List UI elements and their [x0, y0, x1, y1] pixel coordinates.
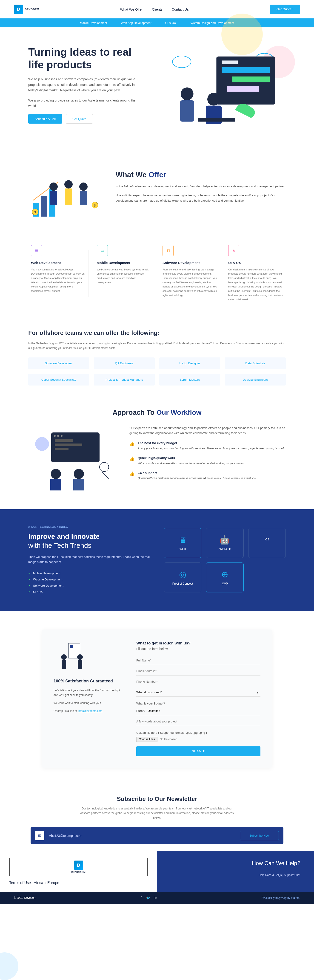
twitter-icon[interactable]: 🐦 [146, 896, 150, 900]
role-devops[interactable]: DevOps Engineers [225, 374, 286, 385]
thumbs-up-icon: 👍 [129, 456, 135, 461]
approach-item: 👍 The best for every budget At any price… [129, 441, 286, 451]
role-scrum[interactable]: Scrum Masters [159, 374, 220, 385]
android-icon: 🤖 [211, 535, 239, 545]
offshore: For offshore teams we can offer the foll… [28, 320, 286, 395]
submit-button[interactable]: SUBMIT [136, 746, 260, 756]
svg-rect-26 [51, 433, 100, 462]
tech-card-web[interactable]: 🖥 WEB [164, 528, 201, 558]
role-pm[interactable]: Project & Product Managers [94, 374, 155, 385]
approach-item: 👍 24/7 support Questions? Our customer s… [129, 471, 286, 480]
facebook-icon[interactable]: f [141, 896, 141, 900]
get-quote-button[interactable]: Get Quote [66, 114, 93, 124]
tech-tag: // OUR TECHNOLOGY INDEX [28, 525, 150, 528]
role-data[interactable]: Data Scientists [225, 358, 286, 369]
svg-rect-44 [78, 660, 82, 669]
newsletter-email-input[interactable] [49, 834, 235, 838]
linkedin-icon[interactable]: in [155, 896, 157, 900]
role-cyber[interactable]: Cyber Security Specialists [28, 374, 89, 385]
mvp-icon: ⊕ [211, 570, 239, 579]
service-title: Software Development [163, 261, 217, 265]
logo[interactable]: D DEVODEM [14, 5, 39, 14]
tech-card-poc[interactable]: ◎ Proof of Concept [164, 563, 201, 592]
svg-point-17 [64, 180, 73, 188]
svg-rect-34 [50, 479, 61, 490]
svg-line-38 [102, 472, 109, 479]
tech-index: // OUR TECHNOLOGY INDEX Improve and Inno… [0, 509, 314, 611]
need-select[interactable]: What do you need* [136, 688, 260, 697]
services-row: ☰ Web Development You may contract us fo… [28, 236, 286, 320]
name-input[interactable] [136, 656, 260, 665]
tech-card-ios[interactable]: IOS [248, 528, 286, 558]
offshore-intro: In the Netherlands, good ICT specialists… [28, 341, 286, 350]
role-software-dev[interactable]: Software Developers [28, 358, 89, 369]
tech-checklist: Mobile Development Website Development S… [28, 570, 150, 595]
newsletter-form: ✉ Subscribe Now [30, 827, 284, 844]
role-uxui[interactable]: UX/UI Designer [159, 358, 220, 369]
hero-title: Turning Ideas to real life products [28, 46, 143, 71]
check-item: Mobile Development [28, 570, 150, 576]
check-item: Software Development [28, 582, 150, 589]
logo-icon: D [14, 5, 23, 14]
svg-text:$: $ [94, 204, 96, 207]
check-item: UI / UX [28, 589, 150, 595]
budget-label: What is your Budget? [136, 702, 260, 705]
svg-point-41 [61, 654, 67, 660]
newsletter-desc: Our technological knowledge is essential… [76, 806, 238, 820]
contact-email-link[interactable]: info@devodem.com [78, 710, 102, 713]
get-quote-button[interactable]: Get Quote › [270, 5, 300, 14]
svg-rect-31 [55, 444, 82, 446]
service-uiux: ◈ UI & UX Our design team takes ownershi… [225, 240, 286, 307]
check-item: Website Development [28, 576, 150, 582]
email-input[interactable] [136, 667, 260, 676]
approach-item-desc: Questions? Our customer service team is … [138, 476, 257, 480]
phone-input[interactable] [136, 677, 260, 686]
svg-point-19 [79, 183, 87, 191]
contact-p2: We can't wait to start working with you! [54, 701, 122, 705]
svg-point-9 [207, 93, 220, 106]
service-web: ☰ Web Development You may contract us fo… [28, 240, 89, 307]
role-qa[interactable]: QA Engineers [94, 358, 155, 369]
svg-rect-20 [80, 191, 87, 205]
choose-files-button[interactable]: Choose Files [136, 737, 157, 742]
approach-item-title: Quick, high-quality work [138, 456, 245, 460]
logo-text: DEVODEM [25, 8, 39, 11]
tech-card-android[interactable]: 🤖 ANDROID [206, 528, 243, 558]
subnav-mobile[interactable]: Mobile Development [80, 21, 107, 25]
service-title: UI & UX [228, 261, 283, 265]
hero-p1: We help businesses and software companie… [28, 76, 143, 93]
help-links[interactable]: Help Docs & FAQs | Support Chat [171, 873, 300, 877]
subnav-uiux[interactable]: UI & UX [165, 21, 176, 25]
file-status: No file chosen [160, 738, 177, 741]
web-icon: 🖥 [169, 535, 197, 545]
nav-contact[interactable]: Contact Us [172, 7, 189, 11]
social-links: f 🐦 in [141, 896, 157, 900]
poc-icon: ◎ [169, 570, 197, 579]
mobile-icon: ▭ [97, 245, 108, 256]
contact-illustration [54, 641, 122, 674]
budget-select[interactable]: Euro 0 - Unlimited [136, 706, 260, 715]
service-desc: We build corporate web-based systems to … [97, 267, 151, 285]
file-label: Upload file here ( Supported formats: .p… [136, 731, 260, 734]
subnav-webapp[interactable]: Web App Development [121, 21, 151, 25]
about-input[interactable] [136, 717, 260, 726]
service-software: ◧ Software Development From concept to e… [160, 240, 220, 307]
subnav: Mobile Development Web App Development U… [0, 18, 314, 27]
approach-item: 👍 Quick, high-quality work Within minute… [129, 456, 286, 466]
subscribe-button[interactable]: Subscribe Now [240, 831, 279, 840]
contact-p3: Or drop us a line at info@devodem.com [54, 709, 122, 713]
newsletter: Subscribe to Our Newsletter Our technolo… [28, 786, 286, 851]
service-mobile: ▭ Mobile Development We build corporate … [94, 240, 154, 307]
tech-heading: Improve and Innovatewith the Tech Trends [28, 532, 150, 550]
terms-of-use[interactable]: Terms of Use · Africa + Europe [9, 881, 148, 885]
approach-intro: Our experts are enthused about technolog… [129, 426, 286, 436]
nav-offer[interactable]: What We Offer [120, 7, 143, 11]
svg-point-25 [35, 437, 49, 451]
svg-rect-32 [55, 448, 68, 450]
svg-rect-16 [50, 191, 57, 205]
svg-rect-18 [65, 188, 72, 205]
tech-card-mvp[interactable]: ⊕ MVP [206, 563, 243, 592]
prefooter-logo[interactable]: D DEVODEM [9, 858, 148, 876]
schedule-call-button[interactable]: Schedule A Call [28, 114, 62, 124]
nav-clients[interactable]: Clients [152, 7, 163, 11]
